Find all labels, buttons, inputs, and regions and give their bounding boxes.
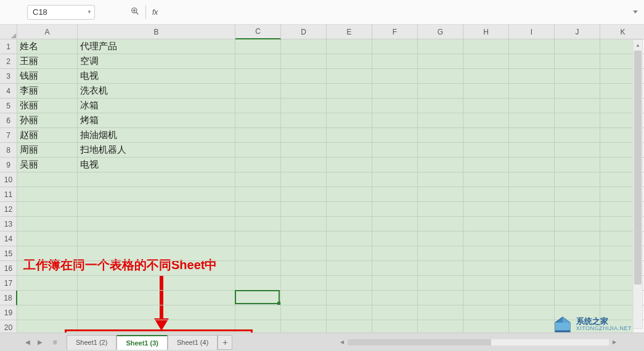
cell[interactable] xyxy=(78,232,235,246)
expand-down-icon[interactable] xyxy=(633,10,638,14)
cell[interactable] xyxy=(555,99,600,113)
cell[interactable] xyxy=(555,158,600,172)
cell[interactable] xyxy=(418,217,463,232)
cell[interactable] xyxy=(555,217,600,232)
cells-container[interactable]: 工作簿在同一个表格的不同Sheet中 姓名代理产品王丽空调钱丽电视李丽洗衣机张丽… xyxy=(17,39,634,333)
cell[interactable] xyxy=(463,128,509,143)
cell[interactable] xyxy=(17,276,78,291)
cell[interactable] xyxy=(555,172,600,187)
column-header[interactable]: H xyxy=(463,25,509,39)
cell[interactable]: 李丽 xyxy=(17,84,78,99)
row-header[interactable]: 11 xyxy=(0,187,17,202)
cell[interactable] xyxy=(235,69,281,84)
cell[interactable] xyxy=(281,69,327,84)
sheet-tab[interactable]: Sheet1 (3) xyxy=(116,335,168,350)
cell[interactable] xyxy=(372,217,418,232)
row-header[interactable]: 10 xyxy=(0,172,17,187)
cell[interactable] xyxy=(509,232,555,246)
select-all-corner[interactable] xyxy=(0,25,17,39)
cell[interactable] xyxy=(17,217,78,232)
cell[interactable] xyxy=(327,202,372,217)
cell[interactable] xyxy=(463,39,509,54)
cell[interactable] xyxy=(78,172,235,187)
cell[interactable] xyxy=(509,217,555,232)
row-header[interactable]: 13 xyxy=(0,217,17,232)
cell[interactable]: 张丽 xyxy=(17,99,78,113)
cell[interactable] xyxy=(281,261,327,276)
row-header[interactable]: 3 xyxy=(0,69,17,84)
cell[interactable] xyxy=(235,39,281,54)
cell[interactable] xyxy=(372,99,418,113)
cell[interactable] xyxy=(372,143,418,158)
cell[interactable] xyxy=(509,305,555,320)
cell[interactable] xyxy=(78,276,235,291)
cell[interactable] xyxy=(418,187,463,202)
row-header[interactable]: 16 xyxy=(0,261,17,276)
cell[interactable] xyxy=(327,276,372,291)
cell[interactable] xyxy=(281,305,327,320)
cell[interactable] xyxy=(463,158,509,172)
column-header[interactable]: I xyxy=(509,25,555,39)
sheet-nav-prev-icon[interactable]: ◀ xyxy=(22,336,33,349)
cell[interactable] xyxy=(555,143,600,158)
cell[interactable]: 扫地机器人 xyxy=(78,143,235,158)
row-header[interactable]: 8 xyxy=(0,143,17,158)
sheet-nav-next-icon[interactable]: ▶ xyxy=(35,336,46,349)
cell[interactable]: 姓名 xyxy=(17,39,78,54)
cell[interactable] xyxy=(555,39,600,54)
cell[interactable] xyxy=(281,99,327,113)
row-header[interactable]: 1 xyxy=(0,39,17,54)
cell[interactable] xyxy=(509,276,555,291)
name-box[interactable]: C18 ▼ xyxy=(27,5,95,20)
vertical-scrollbar[interactable]: ▲ xyxy=(633,39,643,329)
cell[interactable] xyxy=(235,128,281,143)
cell[interactable]: 电视 xyxy=(78,69,235,84)
cell[interactable] xyxy=(281,291,327,305)
cell[interactable] xyxy=(418,84,463,99)
cell[interactable] xyxy=(327,69,372,84)
cell[interactable]: 赵丽 xyxy=(17,128,78,143)
cell[interactable] xyxy=(418,172,463,187)
cell[interactable] xyxy=(327,217,372,232)
cell[interactable] xyxy=(463,187,509,202)
cell[interactable] xyxy=(463,84,509,99)
cell[interactable] xyxy=(327,128,372,143)
cell[interactable] xyxy=(281,158,327,172)
cell[interactable] xyxy=(372,113,418,128)
cell[interactable] xyxy=(327,39,372,54)
cell[interactable]: 冰箱 xyxy=(78,99,235,113)
cell[interactable] xyxy=(509,69,555,84)
sheet-tab[interactable]: Sheet1 (2) xyxy=(67,335,116,350)
cell[interactable] xyxy=(555,113,600,128)
cell[interactable] xyxy=(235,291,281,305)
scroll-up-icon[interactable]: ▲ xyxy=(634,40,642,50)
cell[interactable] xyxy=(463,291,509,305)
row-header[interactable]: 5 xyxy=(0,99,17,113)
formula-input[interactable] xyxy=(164,6,628,19)
cell[interactable] xyxy=(372,84,418,99)
cell[interactable] xyxy=(509,261,555,276)
cell[interactable] xyxy=(555,187,600,202)
cell[interactable] xyxy=(235,113,281,128)
cell[interactable] xyxy=(327,172,372,187)
row-header[interactable]: 2 xyxy=(0,54,17,69)
cell[interactable] xyxy=(327,113,372,128)
cell[interactable] xyxy=(17,187,78,202)
row-header[interactable]: 6 xyxy=(0,113,17,128)
cell[interactable] xyxy=(509,291,555,305)
row-header[interactable]: 17 xyxy=(0,276,17,291)
row-header[interactable]: 18 xyxy=(0,291,17,305)
column-header[interactable]: C xyxy=(235,25,281,39)
cell[interactable] xyxy=(418,143,463,158)
cell[interactable] xyxy=(418,39,463,54)
cell[interactable] xyxy=(418,158,463,172)
cell[interactable] xyxy=(372,128,418,143)
cell[interactable] xyxy=(372,158,418,172)
cell[interactable] xyxy=(327,99,372,113)
cell[interactable]: 电视 xyxy=(78,158,235,172)
cell[interactable] xyxy=(281,246,327,261)
cell[interactable] xyxy=(372,39,418,54)
cell[interactable]: 钱丽 xyxy=(17,69,78,84)
cell[interactable] xyxy=(509,246,555,261)
cell[interactable] xyxy=(281,202,327,217)
